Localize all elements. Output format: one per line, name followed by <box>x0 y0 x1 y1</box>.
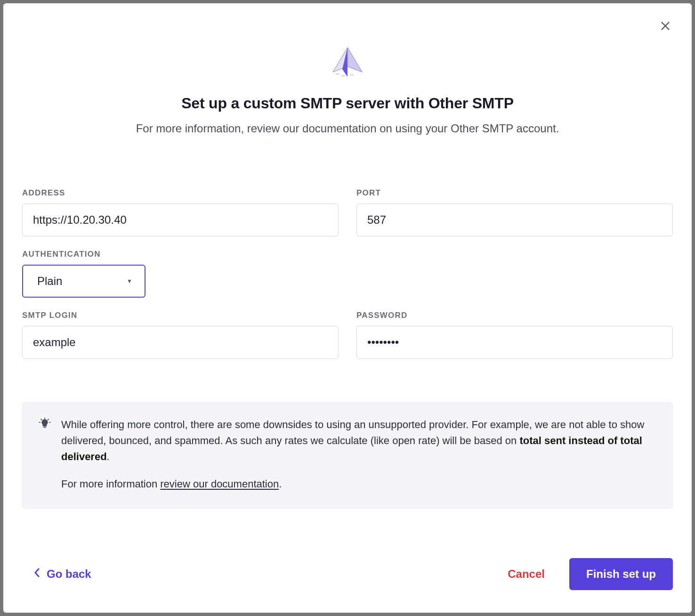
address-label: ADDRESS <box>22 188 339 198</box>
info-p2-before: For more information <box>61 478 160 490</box>
go-back-label: Go back <box>47 567 91 581</box>
modal-footer: Go back Cancel Finish set up <box>3 539 692 613</box>
info-text: While offering more control, there are s… <box>61 417 656 492</box>
form: ADDRESS PORT AUTHENTICATION Plain ▼ SMTP… <box>22 188 673 359</box>
authentication-select[interactable]: Plain <box>22 265 145 298</box>
smtp-setup-modal: Set up a custom SMTP server with Other S… <box>3 3 692 613</box>
lightbulb-icon <box>39 418 51 492</box>
authentication-field-group: AUTHENTICATION Plain ▼ <box>22 250 673 298</box>
svg-marker-4 <box>348 48 362 72</box>
address-input[interactable] <box>22 203 339 236</box>
svg-line-12 <box>41 419 42 420</box>
password-input[interactable] <box>356 326 673 359</box>
footer-actions: Cancel Finish set up <box>500 558 673 590</box>
port-label: PORT <box>356 188 673 198</box>
svg-rect-8 <box>43 427 47 428</box>
port-field-group: PORT <box>356 188 673 236</box>
authentication-label: AUTHENTICATION <box>22 250 673 259</box>
modal-subtitle: For more information, review our documen… <box>22 121 673 137</box>
close-button[interactable] <box>657 18 674 35</box>
authentication-select-wrap: Plain ▼ <box>22 265 145 298</box>
modal-content: Set up a custom SMTP server with Other S… <box>3 3 692 539</box>
info-callout: While offering more control, there are s… <box>22 402 673 509</box>
port-input[interactable] <box>356 203 673 236</box>
go-back-button[interactable]: Go back <box>24 563 101 585</box>
info-paragraph-2: For more information review our document… <box>61 476 656 492</box>
address-field-group: ADDRESS <box>22 188 339 236</box>
password-field-group: PASSWORD <box>356 311 673 359</box>
password-label: PASSWORD <box>356 311 673 320</box>
info-paragraph-1: While offering more control, there are s… <box>61 417 656 465</box>
cancel-label: Cancel <box>508 567 545 580</box>
info-p2-after: . <box>279 478 282 490</box>
cancel-button[interactable]: Cancel <box>500 562 552 586</box>
finish-setup-button[interactable]: Finish set up <box>569 558 673 590</box>
smtp-login-input[interactable] <box>22 326 339 359</box>
smtp-login-field-group: SMTP LOGIN <box>22 311 339 359</box>
header-icon-wrap <box>22 46 673 79</box>
smtp-login-label: SMTP LOGIN <box>22 311 339 320</box>
finish-label: Finish set up <box>586 567 656 580</box>
modal-title: Set up a custom SMTP server with Other S… <box>22 95 673 112</box>
paper-plane-icon <box>331 46 364 79</box>
close-icon <box>659 20 671 34</box>
svg-line-13 <box>48 419 49 420</box>
chevron-left-icon <box>33 567 40 581</box>
info-p1-after: . <box>107 451 110 462</box>
documentation-link[interactable]: review our documentation <box>160 478 279 490</box>
